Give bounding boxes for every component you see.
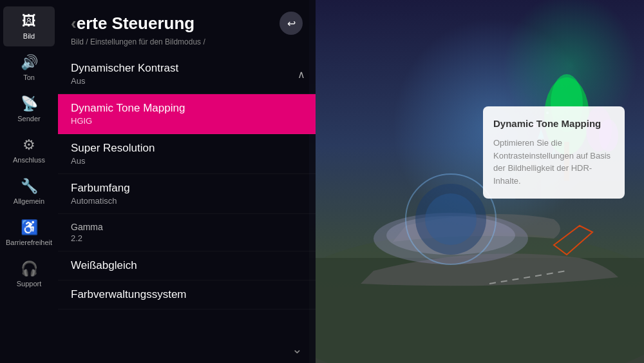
scroll-down-indicator: ⌄: [292, 341, 303, 357]
main-panel: ‹erte Steuerung ↩ Bild / Einstellungen f…: [58, 0, 316, 363]
menu-item-super-resolution[interactable]: Super Resolution Aus: [58, 134, 316, 174]
item-label-gamma: Gamma: [71, 222, 303, 232]
svg-point-9: [425, 193, 477, 245]
item-value-super-resolution: Aus: [71, 156, 303, 166]
menu-item-weissabgleich[interactable]: Weißabgleich: [58, 251, 316, 280]
sidebar-item-ton[interactable]: 🔊 Ton: [3, 48, 55, 88]
menu-item-dynamic-tone-mapping[interactable]: Dynamic Tone Mapping HGIG: [58, 94, 316, 134]
ton-icon: 🔊: [21, 54, 38, 71]
item-label-dynamic-tone-mapping: Dynamic Tone Mapping: [71, 102, 303, 115]
sidebar-label-allgemein: Allgemein: [14, 197, 44, 205]
barrierefreiheit-icon: ♿: [21, 219, 38, 236]
sidebar-label-bild: Bild: [23, 32, 35, 40]
sidebar-item-sender[interactable]: 📡 Sender: [3, 89, 55, 129]
tooltip-box: Dynamic Tone Mapping Optimieren Sie die …: [483, 106, 625, 199]
item-label-super-resolution: Super Resolution: [71, 142, 303, 155]
back-icon: ↩: [287, 17, 296, 30]
support-icon: 🎧: [21, 260, 38, 277]
anschluss-icon: ⚙: [23, 137, 35, 153]
sidebar-label-barrierefreiheit: Barrierefreiheit: [6, 239, 52, 246]
back-button[interactable]: ↩: [279, 12, 303, 35]
sidebar-item-support[interactable]: 🎧 Support: [3, 254, 55, 294]
item-value-farbumfang: Automatisch: [71, 196, 303, 206]
tooltip-text: Optimieren Sie die Kontrasteinstellungen…: [493, 137, 614, 187]
menu-item-farbverwaltungssystem[interactable]: Farbverwaltungssystem: [58, 280, 316, 309]
chevron-down-icon: ⌄: [292, 342, 303, 356]
panel-header: ‹erte Steuerung ↩: [58, 0, 316, 35]
sidebar-label-anschluss: Anschluss: [13, 156, 45, 164]
title-text: erte Steuerung: [77, 14, 195, 33]
item-label-dynamischer-kontrast: Dynamischer Kontrast: [71, 62, 303, 75]
sidebar-item-anschluss[interactable]: ⚙ Anschluss: [3, 130, 55, 170]
item-label-farbverwaltungssystem: Farbverwaltungssystem: [71, 288, 303, 301]
breadcrumb: Bild / Einstellungen für den Bildmodus /: [58, 35, 316, 54]
item-value-dynamischer-kontrast: Aus: [71, 76, 303, 86]
sidebar-item-bild[interactable]: 🖼 Bild: [3, 6, 55, 46]
sender-icon: 📡: [21, 95, 38, 112]
page-title: ‹erte Steuerung: [71, 14, 194, 34]
chevron-up-icon: ∧: [298, 68, 305, 80]
sidebar-label-support: Support: [17, 280, 42, 288]
menu-item-dynamischer-kontrast[interactable]: Dynamischer Kontrast Aus ∧: [58, 54, 316, 94]
menu-item-farbumfang[interactable]: Farbumfang Automatisch: [58, 174, 316, 214]
sidebar-label-sender: Sender: [17, 115, 40, 123]
item-label-weissabgleich: Weißabgleich: [71, 259, 303, 272]
item-value-dynamic-tone-mapping: HGIG: [71, 116, 303, 126]
bild-icon: 🖼: [22, 13, 36, 30]
sidebar-label-ton: Ton: [23, 74, 35, 81]
sidebar: 🖼 Bild 🔊 Ton 📡 Sender ⚙ Anschluss 🔧 Allg…: [0, 0, 58, 363]
title-prefix: ‹: [71, 14, 77, 33]
menu-item-gamma[interactable]: Gamma 2.2: [58, 214, 316, 251]
sidebar-item-barrierefreiheit[interactable]: ♿ Barrierefreiheit: [3, 213, 55, 253]
item-label-farbumfang: Farbumfang: [71, 182, 303, 195]
tooltip-title: Dynamic Tone Mapping: [493, 118, 614, 129]
menu-list: Dynamischer Kontrast Aus ∧ Dynamic Tone …: [58, 54, 316, 359]
item-value-gamma: 2.2: [71, 233, 303, 243]
sidebar-item-allgemein[interactable]: 🔧 Allgemein: [3, 172, 55, 211]
allgemein-icon: 🔧: [21, 178, 38, 195]
